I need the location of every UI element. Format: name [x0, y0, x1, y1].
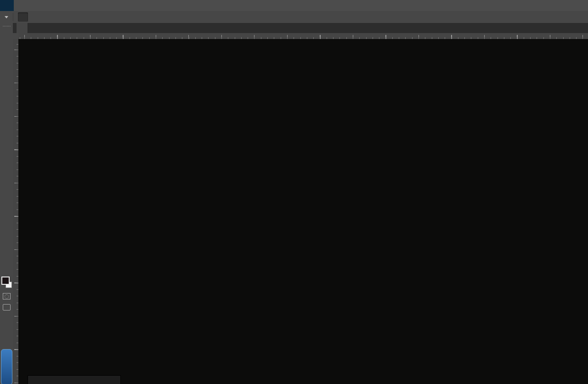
tool-palette	[0, 23, 13, 384]
ps-logo	[0, 0, 14, 11]
document-tab-bar	[13, 23, 588, 34]
foreground-color-swatch[interactable]	[1, 277, 10, 285]
zoom-out-button[interactable]	[31, 12, 41, 22]
zoom-in-button[interactable]	[18, 12, 28, 22]
photoshop-window	[0, 0, 588, 384]
palette-grip[interactable]	[0, 23, 13, 28]
tool-preview	[4, 16, 8, 18]
document-canvas[interactable]	[18, 39, 588, 384]
overlay-toolbar[interactable]	[28, 375, 121, 384]
chevron-down-icon[interactable]	[5, 16, 8, 18]
quick-mask-button[interactable]	[3, 293, 11, 299]
horizontal-ruler	[18, 33, 588, 40]
document-tab[interactable]	[17, 23, 28, 33]
options-bar	[0, 11, 588, 23]
menu-bar	[0, 0, 588, 11]
color-swatches[interactable]	[1, 277, 12, 288]
screen-mode-button[interactable]	[3, 304, 11, 311]
dock-icon	[1, 349, 12, 384]
divider	[13, 13, 13, 21]
